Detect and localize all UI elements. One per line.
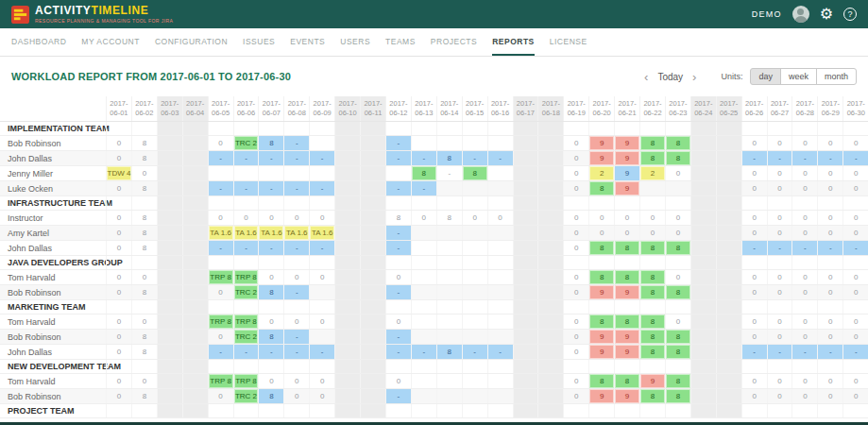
workload-cell: 0 [817, 270, 842, 284]
workload-cell: 9 [639, 374, 665, 388]
grid-cell [436, 256, 462, 269]
grid-cell [639, 256, 665, 269]
nav-item-issues[interactable]: ISSUES [243, 28, 275, 56]
workload-cell: 0 [309, 211, 334, 225]
unit-week-button[interactable]: week [780, 68, 817, 85]
workload-cell [309, 166, 334, 180]
workload-cell: 9 [614, 151, 639, 165]
workload-cell [716, 241, 741, 255]
workload-cell [716, 270, 741, 284]
nav-item-configuration[interactable]: CONFIGURATION [155, 28, 228, 56]
workload-cell: 0 [106, 330, 131, 344]
workload-cell [436, 226, 462, 240]
workload-cell: 9 [614, 136, 639, 150]
date-column-header: 2017-06-08 [283, 96, 309, 121]
workload-cell [258, 166, 283, 180]
grid-cell [817, 300, 842, 314]
grid-cell [665, 196, 690, 210]
nav-item-users[interactable]: USERS [340, 28, 370, 56]
workload-cell: 0 [106, 374, 131, 388]
grid-cell [513, 256, 538, 269]
nav-item-license[interactable]: LICENSE [550, 28, 587, 56]
workload-cell: 0 [817, 181, 842, 196]
grid-cell [513, 300, 538, 314]
workload-cell [157, 166, 182, 180]
logo[interactable]: ACTIVITYTIMELINE RESOURCE PLANNING & MAN… [11, 5, 173, 24]
workload-cell [157, 330, 182, 344]
workload-cell: 0 [741, 314, 767, 329]
grid-cell [462, 360, 487, 373]
grid-cell [537, 300, 563, 314]
workload-cell: TRP 8 [208, 270, 233, 284]
avatar[interactable] [792, 6, 809, 23]
grid-cell [563, 256, 588, 269]
workload-cell: 0 [563, 166, 588, 180]
workload-cell [334, 270, 360, 284]
workload-cell: 0 [741, 226, 767, 240]
next-period-button[interactable]: › [690, 71, 698, 83]
help-icon[interactable]: ? [843, 8, 857, 21]
nav-item-teams[interactable]: TEAMS [385, 28, 416, 56]
nav-item-events[interactable]: EVENTS [290, 28, 325, 56]
grid-cell [283, 300, 309, 314]
activitytimeline-app: ACTIVITYTIMELINE RESOURCE PLANNING & MAN… [0, 0, 868, 425]
nav-item-projects[interactable]: PROJECTS [431, 28, 477, 56]
member-name: John Dallas [0, 151, 106, 165]
grid-cell [614, 360, 639, 373]
unit-day-button[interactable]: day [750, 68, 781, 85]
prev-period-button[interactable]: ‹ [642, 71, 650, 83]
workload-cell: 0 [614, 226, 639, 240]
date-column-header: 2017-06-14 [436, 96, 462, 121]
workload-cell [513, 181, 538, 196]
workload-cell: 8 [665, 151, 690, 165]
grid-cell [462, 300, 487, 314]
workload-cell [182, 330, 208, 344]
date-column-header: 2017-06-22 [639, 96, 665, 121]
workload-cell: 8 [131, 136, 157, 150]
workload-cell: TA 1.6 [283, 226, 309, 240]
nav-item-reports[interactable]: REPORTS [492, 28, 535, 56]
workload-cell [537, 270, 563, 284]
nav-item-dashboard[interactable]: DASHBOARD [11, 28, 66, 56]
grid-cell [182, 404, 208, 417]
workload-cell [334, 241, 360, 255]
grid-cell [233, 122, 259, 135]
team-name: JAVA DEVELOPERS GROUP [0, 256, 106, 269]
workload-cell: 0 [665, 211, 690, 225]
workload-cell: 9 [614, 389, 639, 403]
nav-item-my-account[interactable]: MY ACCOUNT [81, 28, 140, 56]
workload-cell [487, 330, 513, 344]
workload-cell: 0 [131, 270, 157, 284]
workload-cell: 0 [767, 330, 792, 344]
workload-cell [537, 241, 563, 255]
workload-cell: 0 [842, 314, 868, 329]
grid-cell [487, 300, 513, 314]
workload-cell: 8 [588, 270, 614, 284]
workload-cell [513, 136, 538, 150]
unit-month-button[interactable]: month [816, 68, 857, 85]
workload-cell [716, 345, 741, 359]
workload-cell: - [411, 345, 436, 359]
workload-cell [182, 389, 208, 403]
workload-cell: - [741, 241, 767, 255]
workload-cell [309, 330, 334, 344]
workload-cell: TRC 2 [233, 136, 259, 150]
gear-icon[interactable]: ⚙ [820, 7, 833, 22]
grid-cell [487, 404, 513, 417]
grid-cell [106, 300, 131, 314]
date-column-header: 2017-06-01 [106, 96, 131, 121]
date-column-header: 2017-06-18 [537, 96, 563, 121]
workload-cell [513, 270, 538, 284]
workload-cell [513, 241, 538, 255]
grid-cell [817, 360, 842, 373]
grid-cell [462, 256, 487, 269]
workload-cell: - [233, 241, 259, 255]
member-row: Tom Harvald00TRP 8TRP 800000889800000 [0, 374, 868, 389]
workload-cell: 0 [208, 389, 233, 403]
today-button[interactable]: Today [657, 72, 683, 82]
grid-cell [334, 360, 360, 373]
workload-cell: 0 [817, 389, 842, 403]
grid-cell [537, 122, 563, 135]
workload-cell: TDW 4 [106, 166, 131, 180]
grid-cell [182, 300, 208, 314]
